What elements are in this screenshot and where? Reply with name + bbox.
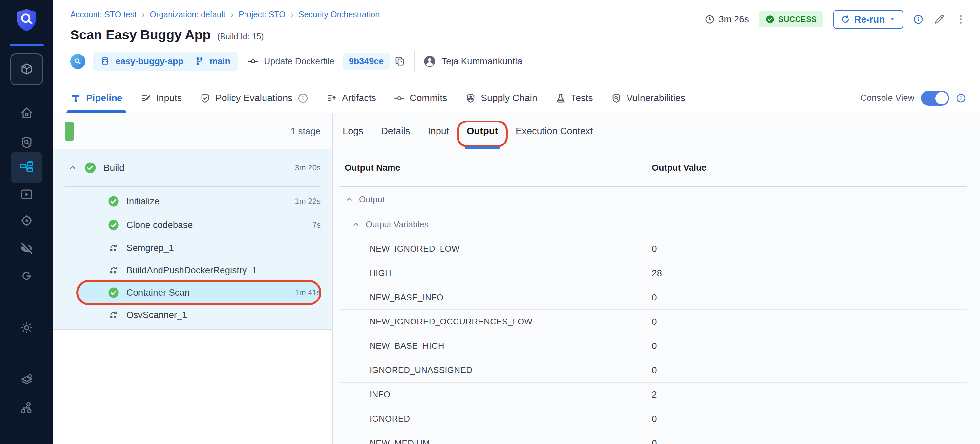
step-row-container-scan[interactable]: Container Scan 1m 41s [53, 281, 332, 304]
branch-name[interactable]: main [210, 56, 231, 67]
edit-pipeline-button[interactable] [933, 13, 945, 25]
stage-steps-divider [65, 186, 320, 187]
active-module-indicator [10, 44, 44, 46]
step-detail-panel: Logs Details Input Output Execution Cont… [333, 113, 980, 444]
dtab-input[interactable]: Input [428, 113, 449, 149]
table-row: IGNORED0 [340, 407, 967, 431]
module-selector-button[interactable] [10, 53, 43, 85]
pencil-icon [933, 13, 945, 25]
breadcrumb-module[interactable]: Security Orchestration [299, 10, 380, 19]
org-settings-network-icon[interactable] [18, 399, 35, 416]
dtab-execution-context[interactable]: Execution Context [515, 113, 593, 149]
group-row-output[interactable]: Output [340, 187, 967, 212]
rerun-info-icon[interactable] [913, 14, 924, 25]
tab-inputs[interactable]: Inputs [140, 83, 182, 113]
scans-shield-icon[interactable] [18, 134, 35, 151]
tab-vulnerabilities[interactable]: Vulnerabilities [611, 83, 685, 113]
success-check-icon [84, 162, 96, 174]
tab-pipeline[interactable]: Pipeline [70, 83, 123, 113]
repo-name[interactable]: easy-buggy-app [116, 56, 183, 67]
breadcrumb-project[interactable]: Project: STO [239, 10, 286, 19]
console-view-label: Console View [860, 93, 914, 103]
rerun-button[interactable]: Re-run [833, 10, 903, 29]
author-name: Teja Kummarikuntla [441, 56, 522, 67]
execution-tree-panel: 1 stage Build 3m 20s Initialize 1m 22s [53, 113, 333, 444]
status-badge: SUCCESS [759, 11, 823, 27]
policy-shield-icon [200, 93, 211, 104]
breadcrumb-organization[interactable]: Organization: default [150, 10, 226, 19]
breadcrumb-account[interactable]: Account: STO test [70, 10, 137, 19]
dtab-details[interactable]: Details [381, 113, 410, 149]
home-icon[interactable] [18, 104, 35, 121]
stage-minimap-chip[interactable] [65, 122, 74, 141]
executions-icon[interactable] [18, 186, 35, 203]
sidebar-divider [10, 300, 43, 300]
col-header-output-value: Output Value [652, 163, 706, 173]
step-row-buildandpushdockerregistry[interactable]: BuildAndPushDockerRegistry_1 [53, 259, 332, 281]
copy-icon [394, 56, 405, 67]
supply-chain-shield-icon [465, 93, 476, 104]
tab-supply-chain[interactable]: Supply Chain [465, 83, 538, 113]
execution-header: Account: STO test › Organization: defaul… [53, 0, 980, 83]
tab-tests[interactable]: Tests [555, 83, 593, 113]
commit-message[interactable]: Update Dockerfile [264, 56, 334, 67]
trigger-webhook-icon [70, 54, 85, 69]
default-settings-layers-icon[interactable] [18, 371, 35, 388]
loop-group-icon [108, 309, 119, 321]
targets-icon[interactable] [18, 212, 35, 229]
step-row-clone-codebase[interactable]: Clone codebase 7s [53, 213, 332, 237]
tab-commits[interactable]: Commits [394, 83, 447, 113]
commit-icon [247, 56, 259, 67]
success-check-icon [765, 15, 775, 24]
table-row: HIGH28 [340, 261, 967, 285]
stage-count-label: 1 stage [290, 126, 321, 137]
caret-down-icon [889, 16, 896, 23]
stage-row-build[interactable]: Build 3m 20s [53, 149, 332, 186]
execution-duration: 3m 26s [719, 14, 749, 25]
console-view-toggle[interactable] [921, 91, 949, 106]
table-row: NEW_BASE_INFO0 [340, 285, 967, 310]
tab-policy-evaluations[interactable]: Policy Evaluations [200, 83, 308, 113]
pipelines-nav-active[interactable] [11, 152, 42, 183]
chevron-up-icon [352, 220, 360, 228]
stage-duration: 3m 20s [295, 163, 321, 172]
stage-name: Build [103, 163, 125, 173]
more-options-kebab-menu[interactable] [955, 14, 966, 25]
tab-artifacts[interactable]: Artifacts [326, 83, 377, 113]
module-cube-icon [19, 61, 35, 77]
console-info-icon[interactable] [956, 93, 966, 104]
copy-sha-button[interactable] [394, 56, 405, 67]
repo-branch-pill[interactable]: easy-buggy-app main [92, 52, 238, 71]
pipelines-icon [19, 160, 35, 176]
page-title: Scan Easy Buggy App [70, 27, 211, 43]
left-nav-sidebar [0, 0, 53, 444]
exemptions-eye-off-icon[interactable] [18, 240, 35, 257]
build-id-label: (Build Id: 15) [217, 32, 264, 42]
success-check-icon [108, 287, 119, 298]
breadcrumb-separator: › [291, 10, 293, 19]
dtab-output[interactable]: Output [467, 113, 498, 149]
breadcrumb-separator: › [142, 10, 145, 19]
step-detail-tabs: Logs Details Input Output Execution Cont… [333, 113, 980, 149]
col-header-output-name: Output Name [340, 163, 652, 173]
commit-sha-pill[interactable]: 9b349ce [343, 53, 390, 70]
clock-icon [704, 14, 715, 25]
sto-shield-logo-icon[interactable] [16, 7, 38, 33]
loop-group-icon [108, 265, 119, 276]
step-row-osvscanner[interactable]: OsvScanner_1 [53, 304, 332, 326]
app-window: Account: STO test › Organization: defaul… [0, 0, 980, 444]
step-row-semgrep[interactable]: Semgrep_1 [53, 237, 332, 259]
table-row: INFO2 [340, 383, 967, 407]
group-row-output-variables[interactable]: Output Variables [340, 212, 967, 237]
dtab-logs[interactable]: Logs [343, 113, 363, 149]
table-row: NEW_BASE_HIGH0 [340, 334, 967, 358]
refresh-icon [840, 14, 850, 24]
info-icon [298, 93, 309, 104]
git-branch-icon [195, 56, 204, 66]
table-header-row: Output Name Output Value [340, 149, 967, 187]
step-row-initialize[interactable]: Initialize 1m 22s [53, 190, 332, 213]
settings-gear-icon[interactable] [18, 319, 35, 336]
get-started-icon[interactable] [18, 267, 35, 284]
pill-divider [189, 56, 189, 67]
meta-divider [414, 51, 415, 72]
